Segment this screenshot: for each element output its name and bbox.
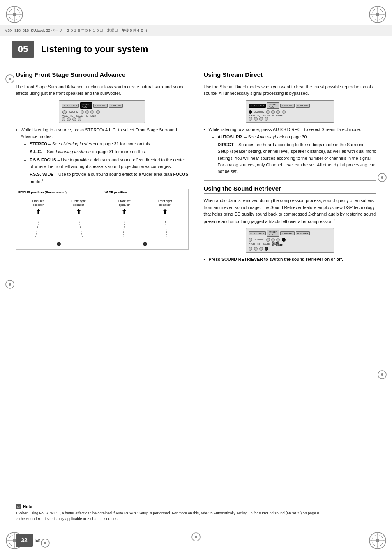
note-text-1: 1 When using F.S.S. WIDE, a better effec… [16, 511, 376, 516]
bottom-decoration [40, 538, 50, 549]
stream-direct-heading: Using Stream Direct [204, 71, 377, 80]
left-section-heading: Using Front Stage Surround Advance [16, 71, 189, 80]
svg-point-37 [44, 542, 46, 544]
chapter-title: Listening to your system [41, 44, 148, 55]
sound-retriever-heading: Using the Sound Retriever [204, 185, 377, 194]
sub-bullet-alc: A.L.C. – See Listening in stereo on page… [24, 148, 189, 155]
section-divider [204, 180, 377, 181]
left-bullets: While listening to a source, press STERE… [16, 127, 189, 185]
bottom-center-decoration [191, 532, 201, 543]
note-text-2: 2 The Sound Retriever is only applicable… [16, 516, 376, 522]
note-section: N Note 1 When using F.S.S. WIDE, a bette… [0, 501, 392, 524]
left-device-image: AUTO/DIRECT STEREOA.L.C STANDARD ADV SUR… [16, 100, 189, 123]
stream-direct-sub-bullets: AUTOSURR. – See Auto playback on page 30… [212, 134, 377, 175]
header-bar: VSX_918_818_KU.book 32 ページ ２０２８年５月１５日 木曜… [0, 25, 392, 36]
page-lang: En [35, 538, 40, 543]
left-sub-bullets: STEREO – See Listening in stereo on page… [24, 140, 189, 185]
stream-direct-bullet-main: While listening to a source, press AUTO/… [204, 126, 377, 175]
sub-bullet-fssfocus: F.S.S.FOCUS – Use to provide a rich surr… [24, 157, 189, 170]
sub-bullet-stereo: STEREO – See Listening in stereo on page… [24, 140, 189, 147]
sound-retriever-device: AUTO/DIRECT STEREOA.L.C STANDARD ADV SUR… [204, 228, 377, 253]
note-label: Note [23, 504, 32, 509]
left-intro-text: The Front Stage Surround Advance functio… [16, 83, 189, 97]
note-header: N Note [16, 504, 376, 509]
corner-decoration-tr [365, 2, 390, 27]
stream-direct-text: Use the Stream Direct modes when you wan… [204, 83, 377, 97]
left-column: Using Front Stage Surround Advance The F… [0, 64, 196, 522]
content-area: Using Front Stage Surround Advance The F… [0, 64, 392, 522]
header-text: VSX_918_818_KU.book 32 ページ ２０２８年５月１５日 木曜… [5, 28, 148, 33]
svg-point-39 [195, 536, 197, 538]
left-bullet-intro: While listening to a source, press STERE… [16, 127, 189, 185]
svg-point-2 [13, 13, 16, 16]
right-column: Using Stream Direct Use the Stream Direc… [196, 64, 392, 522]
corner-decoration-tl [2, 2, 27, 27]
sub-bullet-fsswide: F.S.S. WIDE – Use to provide a surround … [24, 171, 189, 185]
svg-point-23 [376, 539, 379, 542]
sub-bullet-direct: DIRECT – Sources are heard according to … [212, 141, 377, 175]
sound-retriever-text: When audio data is removed during the co… [204, 197, 377, 225]
svg-point-9 [376, 13, 379, 16]
stream-direct-device: AUTO/DIRECT STEREOA.L.C STANDARD ADV SUR… [204, 100, 377, 123]
speaker-diagram: FOCUS position (Recommend) WIDE position… [16, 189, 189, 250]
chapter-number: 05 [12, 41, 34, 58]
sound-retriever-bullet: Press SOUND RETRIEVER to switch the soun… [204, 256, 377, 263]
note-icon: N [16, 504, 21, 509]
sub-bullet-autosurr: AUTOSURR. – See Auto playback on page 30… [212, 134, 377, 140]
page-number: 32 [16, 534, 33, 547]
stream-direct-bullets: While listening to a source, press AUTO/… [204, 126, 377, 175]
sound-retriever-bullets: Press SOUND RETRIEVER to switch the soun… [204, 256, 377, 263]
chapter-header: 05 Listening to your system [0, 39, 392, 60]
